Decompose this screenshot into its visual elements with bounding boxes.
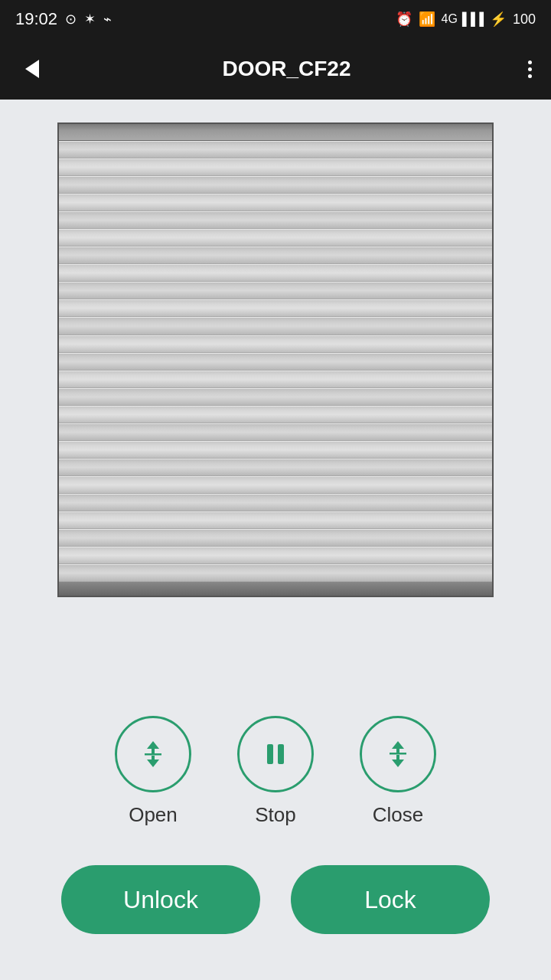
door-slat xyxy=(59,511,492,529)
door-slat xyxy=(59,353,492,371)
door-slat xyxy=(59,158,492,176)
status-bar: 19:02 ⊙ ✶ ⌁ ⏰ 📶 4G▐▐▐ ⚡ 100 xyxy=(0,0,551,38)
door-slat xyxy=(59,335,492,353)
close-control[interactable]: Close xyxy=(360,716,436,827)
svg-marker-2 xyxy=(147,756,159,767)
door-slat xyxy=(59,494,492,511)
person-icon: ✶ xyxy=(84,11,96,28)
stop-svg-icon xyxy=(256,735,295,773)
svg-rect-1 xyxy=(145,753,161,756)
unlock-button[interactable]: Unlock xyxy=(61,865,260,934)
alarm-icon: ⊙ xyxy=(65,11,77,28)
more-options-button[interactable] xyxy=(524,57,536,82)
door-slat xyxy=(59,529,492,547)
lock-button[interactable]: Lock xyxy=(291,865,490,934)
dot-icon xyxy=(528,67,532,71)
wifi-icon: 📶 xyxy=(419,11,435,28)
back-chevron-icon xyxy=(25,60,39,78)
door-slat xyxy=(59,299,492,317)
door-slats xyxy=(59,124,492,596)
signal-icon: 4G▐▐▐ xyxy=(442,12,484,26)
dot-icon xyxy=(528,60,532,64)
open-control[interactable]: Open xyxy=(115,716,191,827)
page-title: DOOR_CF22 xyxy=(49,57,524,81)
open-svg-icon xyxy=(134,735,172,773)
svg-marker-7 xyxy=(392,741,404,753)
door-slat xyxy=(59,176,492,194)
status-left: 19:02 ⊙ ✶ ⌁ xyxy=(15,9,112,29)
svg-marker-5 xyxy=(392,755,404,767)
dot-icon xyxy=(528,74,532,78)
usb-icon: ⌁ xyxy=(103,11,112,28)
door-slat xyxy=(59,423,492,441)
door-bottom-rail xyxy=(59,582,492,596)
svg-rect-3 xyxy=(267,744,273,764)
door-slat xyxy=(59,194,492,211)
stop-icon-circle xyxy=(237,716,314,792)
door-container xyxy=(0,100,551,678)
door-slat xyxy=(59,282,492,299)
open-label: Open xyxy=(129,803,178,827)
door-top-rail xyxy=(59,124,492,141)
door-slat xyxy=(59,264,492,282)
door-slat xyxy=(59,459,492,476)
battery-level: 100 xyxy=(513,11,536,28)
door-slat xyxy=(59,317,492,335)
door-slat xyxy=(59,441,492,459)
charging-icon: ⚡ xyxy=(490,11,507,28)
action-buttons-row: Unlock Lock xyxy=(31,858,520,957)
door-slat xyxy=(59,141,492,158)
controls-area: Open Stop xyxy=(0,678,551,980)
door-slat xyxy=(59,371,492,388)
svg-rect-4 xyxy=(278,744,284,764)
door-slat xyxy=(59,211,492,229)
clock-icon: ⏰ xyxy=(396,11,412,28)
close-label: Close xyxy=(373,803,423,827)
stop-label: Stop xyxy=(255,803,296,827)
door-slat xyxy=(59,406,492,423)
close-svg-icon xyxy=(379,735,417,773)
door-slat xyxy=(59,476,492,494)
door-slat xyxy=(59,388,492,406)
icon-controls-row: Open Stop xyxy=(31,716,520,827)
door-slat xyxy=(59,564,492,582)
close-icon-circle xyxy=(360,716,436,792)
back-button[interactable] xyxy=(15,52,49,86)
status-right: ⏰ 📶 4G▐▐▐ ⚡ 100 xyxy=(396,11,536,28)
app-bar: DOOR_CF22 xyxy=(0,38,551,100)
open-icon-circle xyxy=(115,716,191,792)
door-image xyxy=(57,122,494,597)
door-slat xyxy=(59,547,492,564)
time-display: 19:02 xyxy=(15,9,57,29)
stop-control[interactable]: Stop xyxy=(237,716,314,827)
door-slat xyxy=(59,229,492,247)
svg-rect-6 xyxy=(390,753,406,755)
door-slat xyxy=(59,247,492,264)
svg-marker-0 xyxy=(147,741,159,753)
